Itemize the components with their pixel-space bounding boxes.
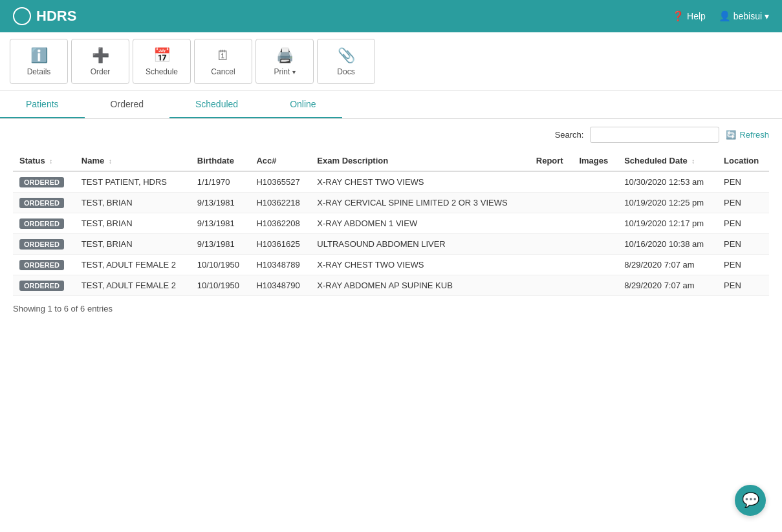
tab-patients[interactable]: Patients: [0, 91, 85, 118]
docs-icon: 📎: [338, 47, 355, 64]
schedule-label: Schedule: [146, 67, 178, 76]
cell-report: [530, 255, 573, 275]
cancel-label: Cancel: [211, 67, 235, 76]
cell-status: ORDERED: [13, 213, 75, 234]
cell-acc: H10362208: [250, 213, 310, 234]
cell-report: [530, 234, 573, 255]
help-link[interactable]: ❓ Help: [672, 10, 706, 22]
data-table: Status ↕ Name ↕ Birthdate Acc# Exam Desc…: [13, 151, 769, 296]
cell-birthdate: 9/13/1981: [191, 234, 250, 255]
sort-icon-status: ↕: [49, 158, 52, 165]
docs-label: Docs: [337, 67, 354, 76]
table-row[interactable]: ORDERED TEST, BRIAN 9/13/1981 H10362218 …: [13, 193, 769, 213]
refresh-button[interactable]: 🔄 Refresh: [726, 130, 769, 140]
cell-location: PEN: [717, 255, 769, 275]
cell-exam: X-RAY CERVICAL SPINE LIMITED 2 OR 3 VIEW…: [310, 193, 529, 213]
cancel-button[interactable]: 🗓 Cancel: [194, 39, 252, 84]
table-row[interactable]: ORDERED TEST, ADULT FEMALE 2 10/10/1950 …: [13, 255, 769, 275]
cancel-icon: 🗓: [216, 47, 230, 64]
print-button[interactable]: 🖨️ Print ▾: [255, 39, 314, 84]
user-icon: 👤: [719, 10, 731, 21]
tab-online[interactable]: Online: [264, 91, 342, 118]
col-status[interactable]: Status ↕: [13, 151, 75, 171]
user-menu[interactable]: 👤 bebisui ▾: [719, 10, 769, 22]
col-birthdate: Birthdate: [191, 151, 250, 171]
user-label: bebisui: [733, 11, 762, 21]
top-header: HDRS ❓ Help 👤 bebisui ▾: [0, 0, 782, 32]
schedule-button[interactable]: 📅 Schedule: [133, 39, 191, 84]
cell-images: [572, 171, 618, 193]
help-icon: ❓: [672, 10, 684, 21]
details-icon: ℹ️: [30, 47, 48, 64]
status-badge: ORDERED: [19, 239, 64, 250]
toolbar: ℹ️ Details ➕ Order 📅 Schedule 🗓 Cancel 🖨…: [0, 32, 782, 91]
cell-exam: X-RAY CHEST TWO VIEWS: [310, 255, 529, 275]
cell-images: [572, 193, 618, 213]
cell-images: [572, 213, 618, 234]
col-acc: Acc#: [250, 151, 310, 171]
cell-acc: H10348789: [250, 255, 310, 275]
table-row[interactable]: ORDERED TEST, BRIAN 9/13/1981 H10361625 …: [13, 234, 769, 255]
cell-name: TEST, BRIAN: [75, 193, 191, 213]
cell-exam: ULTRASOUND ABDOMEN LIVER: [310, 234, 529, 255]
col-report: Report: [530, 151, 573, 171]
refresh-label: Refresh: [739, 130, 769, 140]
table-row[interactable]: ORDERED TEST PATIENT, HDRS 1/1/1970 H103…: [13, 171, 769, 193]
cell-status: ORDERED: [13, 275, 75, 296]
cell-scheduled-date: 10/19/2020 12:25 pm: [618, 193, 717, 213]
tab-ordered[interactable]: Ordered: [85, 91, 169, 118]
print-label: Print ▾: [274, 67, 295, 76]
tab-scheduled[interactable]: Scheduled: [169, 91, 264, 118]
cell-report: [530, 193, 573, 213]
details-label: Details: [27, 67, 51, 76]
cell-scheduled-date: 8/29/2020 7:07 am: [618, 275, 717, 296]
print-icon: 🖨️: [276, 47, 294, 64]
cell-location: PEN: [717, 234, 769, 255]
docs-button[interactable]: 📎 Docs: [317, 39, 375, 84]
cell-status: ORDERED: [13, 255, 75, 275]
cell-birthdate: 9/13/1981: [191, 213, 250, 234]
status-badge: ORDERED: [19, 218, 64, 229]
table-row[interactable]: ORDERED TEST, ADULT FEMALE 2 10/10/1950 …: [13, 275, 769, 296]
cell-acc: H10361625: [250, 234, 310, 255]
help-label: Help: [687, 11, 706, 21]
cell-images: [572, 275, 618, 296]
col-scheduled-date[interactable]: Scheduled Date ↕: [618, 151, 717, 171]
cell-location: PEN: [717, 193, 769, 213]
header-right: ❓ Help 👤 bebisui ▾: [672, 10, 769, 22]
logo-circle: [13, 7, 31, 25]
cell-exam: X-RAY CHEST TWO VIEWS: [310, 171, 529, 193]
cell-status: ORDERED: [13, 171, 75, 193]
refresh-icon: 🔄: [726, 130, 736, 140]
schedule-icon: 📅: [153, 47, 171, 64]
cell-birthdate: 10/10/1950: [191, 275, 250, 296]
status-badge: ORDERED: [19, 198, 64, 208]
sort-icon-scheduled-date: ↕: [691, 158, 695, 165]
cell-location: PEN: [717, 275, 769, 296]
search-input[interactable]: [590, 127, 719, 143]
cell-location: PEN: [717, 171, 769, 193]
sort-icon-name: ↕: [109, 158, 112, 165]
logo-text: HDRS: [36, 8, 76, 25]
table-header-row: Status ↕ Name ↕ Birthdate Acc# Exam Desc…: [13, 151, 769, 171]
cell-scheduled-date: 10/19/2020 12:17 pm: [618, 213, 717, 234]
cell-exam: X-RAY ABDOMEN 1 VIEW: [310, 213, 529, 234]
cell-images: [572, 234, 618, 255]
order-icon: ➕: [92, 47, 109, 64]
table-row[interactable]: ORDERED TEST, BRIAN 9/13/1981 H10362208 …: [13, 213, 769, 234]
table-container: Status ↕ Name ↕ Birthdate Acc# Exam Desc…: [0, 151, 782, 296]
cell-acc: H10365527: [250, 171, 310, 193]
status-badge: ORDERED: [19, 260, 64, 270]
col-name[interactable]: Name ↕: [75, 151, 191, 171]
logo: HDRS: [13, 7, 76, 25]
cell-scheduled-date: 8/29/2020 7:07 am: [618, 255, 717, 275]
cell-images: [572, 255, 618, 275]
col-images: Images: [572, 151, 618, 171]
details-button[interactable]: ℹ️ Details: [10, 39, 68, 84]
status-badge: ORDERED: [19, 281, 64, 291]
order-button[interactable]: ➕ Order: [71, 39, 129, 84]
search-label: Search:: [555, 130, 584, 140]
cell-name: TEST, BRIAN: [75, 213, 191, 234]
status-badge: ORDERED: [19, 177, 64, 187]
col-exam: Exam Description: [310, 151, 529, 171]
